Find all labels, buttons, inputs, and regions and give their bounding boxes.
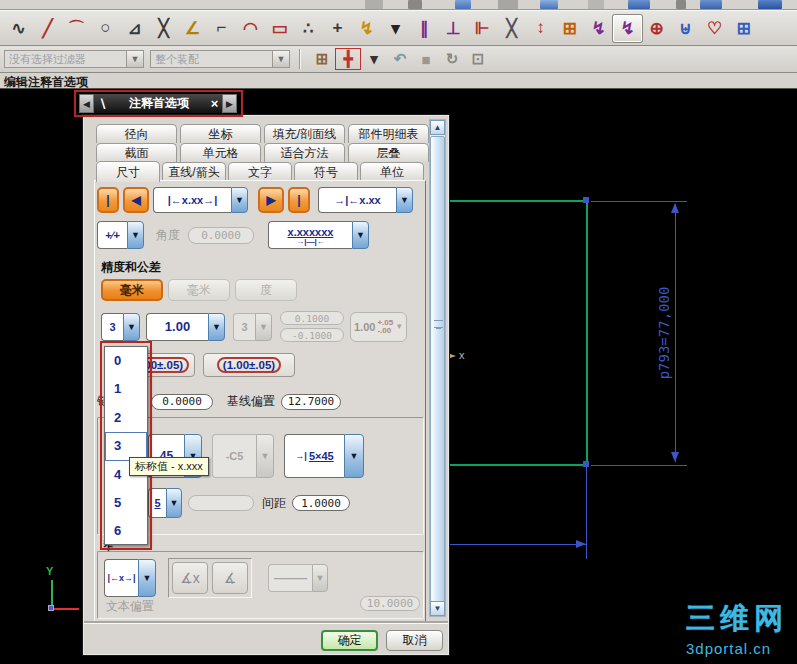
geometry-edge-bottom[interactable] [450,464,588,466]
tab-coordinate[interactable]: 坐标 [180,124,261,143]
chevron-down-icon[interactable]: ▼ [166,488,182,518]
chevron-down-icon[interactable]: ▼ [396,187,413,213]
quick-extend-icon[interactable]: ∠ [178,15,207,42]
profile-icon[interactable]: ∿ [4,15,33,42]
titlebar-forward-button[interactable]: ▶ [222,94,237,113]
tolerance-lower-input[interactable]: -0.1000 [280,328,344,342]
tab-radial[interactable]: 径向 [96,124,177,143]
vertical-dimension-icon[interactable]: ↕ [526,15,555,42]
tab-fit-method[interactable]: 适合方法 [264,143,345,162]
chevron-down-icon[interactable]: ▼ [231,187,248,213]
chamfer-symbol-input[interactable] [188,495,254,511]
dim-format-dropdown[interactable]: x.xxxxxx →|—|← ▼ [268,221,369,249]
dialog-scrollbar[interactable]: ▲ ▼ [429,119,446,617]
dim-style2-dropdown[interactable]: →|←x.xx ▼ [318,187,413,213]
chevron-down-icon[interactable]: ▼ [352,221,369,249]
tolerance-upper-input[interactable]: 0.1000 [280,311,344,325]
tab-parts-list[interactable]: 部件明细表 [348,124,429,143]
chamfer-style3-dropdown[interactable]: →| 5×45 ▼ [284,434,364,478]
list-item[interactable]: 5 [105,489,147,517]
make-corner-icon[interactable]: ⌐ [207,15,236,42]
rectangle-icon[interactable]: ▭ [265,15,294,42]
tab-fill-hatch[interactable]: 填充/剖面线 [264,124,345,143]
vertex-handle[interactable] [583,197,589,203]
wcs-y-axis[interactable] [51,580,53,608]
dim-text-over-button[interactable]: | [288,187,310,213]
chevron-down-icon[interactable]: ▼ [344,434,364,478]
dimension-line-horizontal[interactable] [448,544,586,545]
scroll-up-button[interactable]: ▲ [430,120,445,135]
leader-style-dropdown[interactable]: ——— ▼ [268,564,328,592]
tab-stacking[interactable]: 层叠 [348,143,429,162]
rotate-view-icon[interactable]: ↻ [439,48,465,70]
list-item[interactable]: 6 [105,517,147,545]
chain-offset-input[interactable]: 0.0000 [151,394,213,410]
narrow-style-dropdown[interactable]: |←x→| ▼ [104,559,156,597]
unit-degree-button[interactable]: 度 [235,279,297,301]
selection-scope-icon[interactable]: ╋ [335,48,361,70]
list-item[interactable]: 2 [105,404,147,432]
dim-style-dropdown[interactable]: |←x.xx→| ▼ [153,187,248,213]
parallel-constraint-icon[interactable]: ∥ [410,15,439,42]
caret-down-icon[interactable]: ▾ [361,48,387,70]
baseline-offset-input[interactable]: 12.7000 [281,394,341,410]
chevron-down-icon[interactable]: ▼ [138,559,156,597]
cancel-button[interactable]: 取消 [386,630,443,651]
snap-point-icon[interactable]: ⊞ [309,48,335,70]
wcs-x-axis[interactable] [53,608,79,610]
scroll-down-button[interactable]: ▼ [430,601,445,616]
dim-arrow-left-button[interactable]: ◀ [123,187,149,213]
ok-button[interactable]: 确定 [321,630,378,651]
solid-preview-icon[interactable]: ■ [413,48,439,70]
chevron-down-icon[interactable]: ▼ [208,313,225,341]
tab-symbol[interactable]: 符号 [294,162,358,181]
unit-mm2-button[interactable]: 毫米 [168,279,230,301]
point-icon[interactable]: + [323,15,352,42]
derived-line-icon[interactable]: ⊿ [120,15,149,42]
delete-constraint-icon[interactable]: ╳ [497,15,526,42]
angle-input[interactable]: 0.0000 [188,227,254,244]
undo-icon[interactable]: ↶ [387,48,413,70]
cylinder-icon[interactable]: ⊎ [671,15,700,42]
auto-constrain-active-icon[interactable]: ↯ [613,15,642,42]
extension-line-top[interactable] [591,201,687,202]
tab-section[interactable]: 截面 [96,143,177,162]
geometry-edge-top[interactable] [450,200,588,202]
chevron-down-icon[interactable]: ▼ [126,50,144,68]
list-item[interactable]: 0 [105,347,147,375]
extension-line-bottom[interactable] [591,465,687,466]
region-icon[interactable]: ♡ [700,15,729,42]
dimension-value[interactable]: p793=77,000 [656,223,672,443]
text-offset-input[interactable]: 10.0000 [360,596,420,611]
perpendicular-constraint-icon[interactable]: ⊥ [439,15,468,42]
dialog-titlebar[interactable]: ◀ ∖ 注释首选项 × ▶ [78,93,238,114]
chevron-down-icon[interactable]: ▼ [312,564,328,592]
spacing-input[interactable]: 1.0000 [292,495,350,511]
geometry-edge-right[interactable] [586,200,588,466]
decimal-places-dropdown[interactable]: 3 ▼ [101,313,140,341]
chevron-down-icon[interactable]: ▼ [127,221,144,249]
tab-cell[interactable]: 单元格 [180,143,261,162]
chevron-down-icon[interactable]: ▼ [272,50,290,68]
chevron-down-icon[interactable]: ▼ [255,313,272,341]
show-constraints-icon[interactable]: ↯ [584,15,613,42]
circle-icon[interactable]: ○ [91,15,120,42]
auto-dimension-icon[interactable]: ⊩ [468,15,497,42]
assembly-scope-dropdown[interactable]: 整个装配 ▼ [150,50,290,68]
add-existing-curve-icon[interactable]: ⊕ [642,15,671,42]
extension-line-lower[interactable] [586,467,587,559]
value-format-dropdown[interactable]: 1.00 ▼ [146,313,225,341]
decimal-places-open-list[interactable]: 0123456 [104,346,148,545]
fillet-icon[interactable]: ◠ [236,15,265,42]
dim-text-center-button[interactable]: | [97,187,119,213]
placement-dropdown[interactable]: +∕+ ▼ [97,221,144,249]
tab-line-arrow[interactable]: 直线/箭头 [162,162,226,181]
chevron-down-icon[interactable]: ▼ [123,313,140,341]
list-item[interactable]: 1 [105,375,147,403]
selection-filter-dropdown[interactable]: 没有选择过滤器 ▼ [4,50,144,68]
tab-unit[interactable]: 单位 [360,162,424,181]
close-icon[interactable]: × [207,94,222,113]
chevron-down-icon[interactable]: ▼ [256,434,274,478]
auto-constrain-icon[interactable]: ↯ [352,15,381,42]
arc-icon[interactable]: ⌒ [62,15,91,42]
